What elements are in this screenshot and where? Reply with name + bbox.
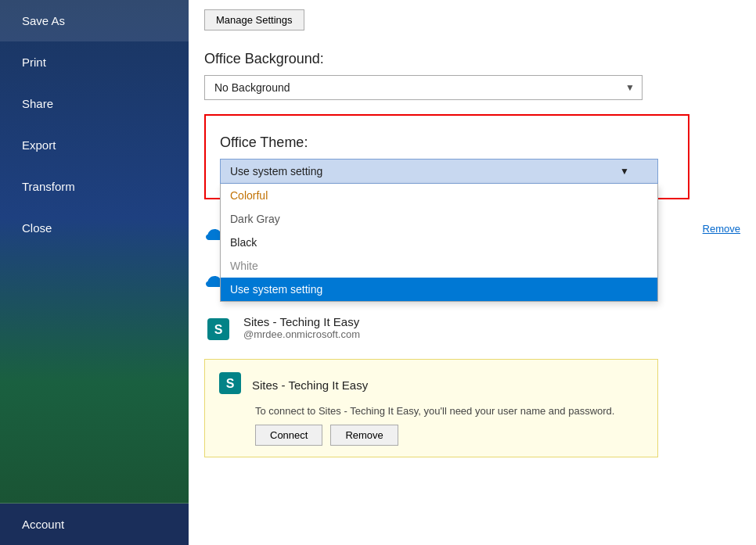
office-theme-dropdown-wrapper: Use system setting ▼ Colorful Dark Gray … <box>220 159 658 184</box>
office-background-select[interactable]: No Background Calligraphy Circles and St… <box>204 75 643 100</box>
sidebar-bottom: Account <box>0 503 189 545</box>
office-theme-selected[interactable]: Use system setting ▼ <box>220 159 658 184</box>
sidebar-item-label-close: Close <box>22 221 52 235</box>
sites-teching-info: Sites - Teching It Easy @mrdee.onmicroso… <box>243 315 740 340</box>
sites-notification-box: S Sites - Teching It Easy To connect to … <box>204 359 658 457</box>
sidebar-item-save-as[interactable]: Save As <box>0 0 189 41</box>
sites-notification-icon: S <box>218 371 243 399</box>
service-row-sites-teching: S Sites - Teching It Easy @mrdee.onmicro… <box>204 306 740 353</box>
sidebar-account-label: Account <box>22 518 64 531</box>
sites-notification-title: Sites - Teching It Easy <box>252 378 368 392</box>
notification-remove-button[interactable]: Remove <box>330 425 398 446</box>
sites-teching-email: @mrdee.onmicrosoft.com <box>243 328 740 340</box>
notification-connect-button[interactable]: Connect <box>255 425 322 446</box>
sharepoint-notification-icon: S <box>218 371 243 396</box>
remove-onedrive-personal-link[interactable]: Remove <box>703 223 740 235</box>
sidebar-item-close[interactable]: Close <box>0 207 189 249</box>
sidebar-item-label-share: Share <box>22 97 53 110</box>
sidebar-item-label-print: Print <box>22 56 46 69</box>
sidebar-nav: Save As Print Share Export Transform Clo… <box>0 0 189 489</box>
theme-dropdown-list: Colorful Dark Gray Black White Use syste… <box>220 184 658 302</box>
theme-option-use-system[interactable]: Use system setting <box>221 278 657 301</box>
sidebar-item-share[interactable]: Share <box>0 83 189 124</box>
theme-option-white[interactable]: White <box>221 254 657 278</box>
sidebar: Save As Print Share Export Transform Clo… <box>0 0 189 545</box>
sites-teching-icon: S <box>204 315 232 343</box>
theme-option-black[interactable]: Black <box>221 231 657 254</box>
office-background-section: Office Background: No Background Calligr… <box>204 51 740 100</box>
manage-settings-button[interactable]: Manage Settings <box>204 9 304 30</box>
office-background-label: Office Background: <box>204 51 740 67</box>
sharepoint-icon: S <box>206 317 231 342</box>
office-background-dropdown-container: No Background Calligraphy Circles and St… <box>204 75 643 100</box>
svg-text:S: S <box>214 323 223 336</box>
sidebar-item-account[interactable]: Account <box>0 504 189 545</box>
sidebar-item-label-save-as: Save As <box>22 14 65 27</box>
sidebar-item-export[interactable]: Export <box>0 124 189 166</box>
theme-dropdown-arrow-icon: ▼ <box>620 166 629 177</box>
sidebar-item-transform[interactable]: Transform <box>0 166 189 207</box>
sidebar-item-print[interactable]: Print <box>0 41 189 83</box>
theme-option-colorful[interactable]: Colorful <box>221 184 657 207</box>
onedrive-personal-remove: Remove <box>703 221 740 235</box>
sites-teching-name: Sites - Teching It Easy <box>243 315 740 328</box>
main-content: Manage Settings Office Background: No Ba… <box>189 0 756 545</box>
sidebar-item-label-transform: Transform <box>22 180 75 193</box>
sites-notification-text: To connect to Sites - Teching It Easy, y… <box>255 405 645 417</box>
svg-text:S: S <box>226 377 235 390</box>
office-theme-section: Office Theme: Use system setting ▼ Color… <box>204 114 689 199</box>
theme-option-dark-gray[interactable]: Dark Gray <box>221 207 657 231</box>
notification-buttons: Connect Remove <box>255 425 645 446</box>
office-theme-label: Office Theme: <box>220 134 674 151</box>
sites-notification-header: S Sites - Teching It Easy <box>218 371 645 399</box>
sidebar-item-label-export: Export <box>22 138 56 152</box>
office-theme-selected-text: Use system setting <box>230 165 322 177</box>
